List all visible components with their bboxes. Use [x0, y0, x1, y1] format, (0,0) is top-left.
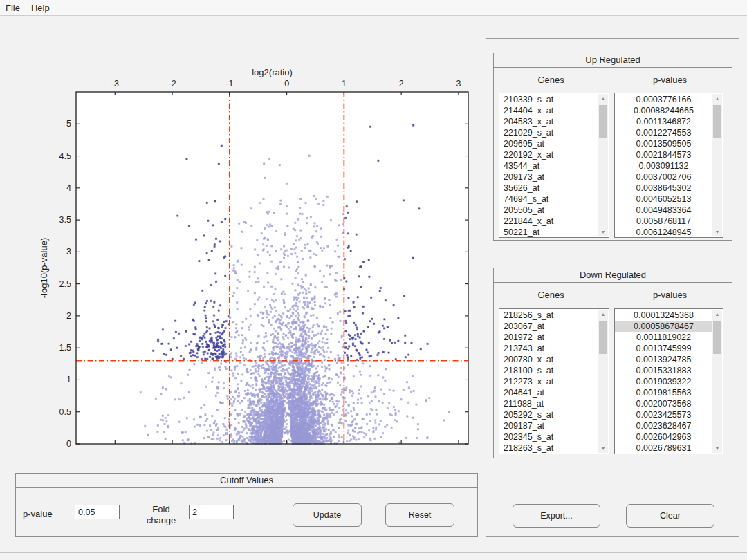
down-gene-item[interactable]: 209187_at — [499, 420, 598, 431]
up-gene-item[interactable]: 74694_s_at — [499, 194, 598, 205]
scroll-down-icon[interactable]: ▼ — [712, 444, 722, 453]
up-pvalue-item[interactable]: 0.0003776166 — [615, 94, 712, 105]
results-panel: Up Regulated Genes p-values 210339_s_at2… — [486, 38, 739, 537]
down-gene-item[interactable]: 213743_at — [499, 343, 598, 354]
up-gene-item[interactable]: 221844_x_at — [499, 216, 598, 227]
up-pvalue-item[interactable]: 0.0012274553 — [615, 127, 712, 138]
down-pvalue-item[interactable]: 0.0026789631 — [615, 442, 712, 454]
down-gene-item[interactable]: 212273_x_at — [499, 376, 598, 387]
down-pvalue-item[interactable]: 0.0026042963 — [615, 431, 712, 442]
up-gene-item[interactable]: 214404_x_at — [499, 105, 598, 116]
down-regulated-groupbox: Down Regulated Genes p-values 218256_s_a… — [493, 268, 732, 458]
update-button[interactable]: Update — [293, 503, 362, 527]
down-gene-item[interactable]: 218100_s_at — [499, 365, 598, 376]
svg-text:0.5: 0.5 — [59, 407, 71, 417]
scrollbar-thumb[interactable] — [599, 321, 607, 354]
scrollbar-thumb[interactable] — [713, 105, 721, 138]
up-pvalue-item[interactable]: 0.0013509505 — [615, 138, 712, 149]
down-gene-item[interactable]: 211988_at — [499, 398, 598, 409]
svg-text:-2: -2 — [168, 79, 176, 88]
down-genes-listbox[interactable]: 218256_s_at203067_at201972_at213743_at20… — [499, 308, 609, 454]
up-genes-listbox[interactable]: 210339_s_at214404_x_at204583_x_at221029_… — [499, 93, 609, 238]
up-genes-scrollbar[interactable]: ▲ ▼ — [598, 94, 608, 236]
down-pvalue-item[interactable]: 0.0013745999 — [615, 343, 712, 354]
up-pvalue-item[interactable]: 0.0046052513 — [615, 194, 712, 205]
down-pvalue-item[interactable]: 0.0011819022 — [615, 332, 712, 343]
scroll-up-icon[interactable]: ▲ — [712, 310, 722, 319]
up-gene-item[interactable]: 209695_at — [499, 138, 598, 149]
scroll-up-icon[interactable]: ▲ — [712, 94, 722, 103]
up-gene-item[interactable]: 209173_at — [499, 171, 598, 183]
svg-text:5: 5 — [66, 119, 71, 129]
scrollbar-thumb[interactable] — [713, 321, 721, 354]
down-pvalue-item[interactable]: 0.0015331883 — [615, 365, 712, 376]
down-pvalue-item[interactable]: 0.0019815563 — [615, 387, 712, 398]
svg-text:0: 0 — [66, 439, 71, 449]
down-pvalue-item[interactable]: 0.00013245368 — [615, 310, 712, 321]
down-gene-item[interactable]: 204641_at — [499, 387, 598, 398]
pvalue-label: p-value — [23, 509, 53, 519]
up-pvalue-item[interactable]: 0.0061248945 — [615, 227, 712, 238]
down-gene-item[interactable]: 218263_s_at — [499, 442, 598, 454]
down-gene-item[interactable]: 203067_at — [499, 321, 598, 332]
down-genes-header: Genes — [494, 290, 608, 300]
svg-text:2.5: 2.5 — [59, 279, 71, 289]
down-pvalue-item[interactable]: 0.0019039322 — [615, 376, 712, 387]
scroll-down-icon[interactable]: ▼ — [712, 227, 722, 236]
down-pvalues-listbox[interactable]: 0.000132453680.000586784670.00118190220.… — [614, 308, 723, 454]
up-pvalue-item[interactable]: 0.0038645302 — [615, 183, 712, 194]
scrollbar-thumb[interactable] — [599, 105, 607, 138]
up-pvalue-item[interactable]: 0.0037002706 — [615, 171, 712, 183]
reset-button[interactable]: Reset — [385, 503, 454, 527]
scroll-up-icon[interactable]: ▲ — [598, 94, 608, 103]
up-pvalue-item[interactable]: 0.00088244665 — [615, 105, 712, 116]
down-pvalue-item[interactable]: 0.00058678467 — [615, 321, 712, 332]
scroll-up-icon[interactable]: ▲ — [598, 310, 608, 319]
svg-text:1: 1 — [342, 79, 347, 88]
down-pvalue-item[interactable]: 0.0023425573 — [615, 409, 712, 420]
up-pvalue-item[interactable]: 0.003091132 — [615, 160, 712, 171]
up-pvalues-scrollbar[interactable]: ▲ ▼ — [712, 94, 722, 236]
down-genes-scrollbar[interactable]: ▲ ▼ — [598, 310, 608, 453]
down-gene-item[interactable]: 218256_s_at — [499, 310, 598, 321]
up-pvalue-item[interactable]: 0.0011346872 — [615, 116, 712, 127]
up-pvalue-item[interactable]: 0.0021844573 — [615, 149, 712, 160]
down-pvalues-scrollbar[interactable]: ▲ ▼ — [712, 310, 722, 453]
svg-text:4: 4 — [66, 183, 71, 193]
up-regulated-groupbox: Up Regulated Genes p-values 210339_s_at2… — [493, 53, 732, 241]
volcano-plot-axes: -3-2-1012300.511.522.533.544.55log2(rati… — [0, 0, 484, 477]
svg-text:3.5: 3.5 — [59, 215, 71, 225]
scroll-down-icon[interactable]: ▼ — [598, 227, 608, 236]
svg-text:3: 3 — [66, 247, 71, 256]
up-gene-item[interactable]: 221029_s_at — [499, 127, 598, 138]
down-pvalue-item[interactable]: 0.0023628467 — [615, 420, 712, 431]
up-gene-item[interactable]: 50221_at — [499, 227, 598, 238]
svg-text:1.5: 1.5 — [59, 343, 71, 353]
up-pvalue-item[interactable]: 0.0049483364 — [615, 205, 712, 216]
down-gene-item[interactable]: 201972_at — [499, 332, 598, 343]
window-bottom-edge — [0, 552, 747, 553]
scroll-down-icon[interactable]: ▼ — [598, 444, 608, 453]
up-pvalue-item[interactable]: 0.0058768117 — [615, 216, 712, 227]
svg-text:2: 2 — [66, 311, 71, 321]
export-button[interactable]: Export... — [513, 504, 600, 528]
down-gene-item[interactable]: 202345_s_at — [499, 431, 598, 442]
pvalue-input[interactable] — [75, 505, 120, 519]
down-gene-item[interactable]: 205292_s_at — [499, 409, 598, 420]
svg-text:1: 1 — [66, 375, 71, 384]
fold-change-input[interactable] — [189, 505, 234, 519]
down-gene-item[interactable]: 200780_x_at — [499, 354, 598, 365]
up-gene-item[interactable]: 43544_at — [499, 160, 598, 171]
up-pvalues-listbox[interactable]: 0.00037761660.000882446650.00113468720.0… — [614, 93, 723, 238]
svg-text:2: 2 — [399, 79, 404, 88]
up-gene-item[interactable]: 220192_x_at — [499, 149, 598, 160]
up-gene-item[interactable]: 204583_x_at — [499, 116, 598, 127]
up-gene-item[interactable]: 210339_s_at — [499, 94, 598, 105]
up-gene-item[interactable]: 35626_at — [499, 183, 598, 194]
svg-text:0: 0 — [284, 79, 289, 88]
down-pvalue-item[interactable]: 0.0020073568 — [615, 398, 712, 409]
down-pvalue-item[interactable]: 0.0013924785 — [615, 354, 712, 365]
clear-button[interactable]: Clear — [626, 504, 714, 528]
up-gene-item[interactable]: 205505_at — [499, 205, 598, 216]
svg-text:-3: -3 — [111, 79, 119, 88]
